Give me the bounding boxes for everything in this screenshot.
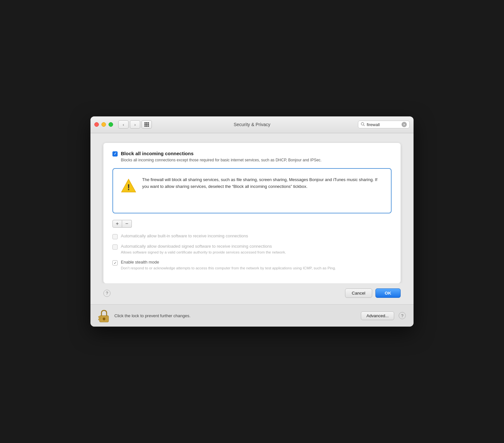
help-button[interactable]: ? <box>103 290 110 297</box>
lock-text: Click the lock to prevent further change… <box>114 313 356 318</box>
advanced-button[interactable]: Advanced... <box>361 311 394 320</box>
lock-icon[interactable] <box>98 309 110 322</box>
block-connections-description: Blocks all incoming connections except t… <box>121 157 321 163</box>
svg-line-1 <box>364 125 365 126</box>
auto-builtin-text: Automatically allow built-in software to… <box>121 233 248 238</box>
dialog-panel: Block all incoming connections Blocks al… <box>103 143 401 284</box>
titlebar: ‹ › Security & Privacy ✕ <box>90 116 414 133</box>
stealth-mode-checkbox[interactable] <box>112 260 118 265</box>
warning-box: ! The firewall will block all sharing se… <box>112 168 392 213</box>
auto-builtin-checkbox[interactable] <box>112 234 118 239</box>
search-input[interactable] <box>367 122 400 127</box>
stealth-mode-row: Enable stealth mode Don’t respond to or … <box>112 260 392 271</box>
stealth-mode-label: Enable stealth mode <box>121 260 336 265</box>
back-button[interactable]: ‹ <box>118 120 129 129</box>
footer-bar: Click the lock to prevent further change… <box>90 304 414 327</box>
grid-icon <box>144 122 149 127</box>
action-row: ? Cancel OK <box>103 288 401 298</box>
auto-signed-row: Automatically allow downloaded signed so… <box>112 244 392 255</box>
footer-help-button[interactable]: ? <box>399 312 406 319</box>
warning-text: The firewall will block all sharing serv… <box>142 177 383 190</box>
auto-signed-description: Allows software signed by a valid certif… <box>121 250 286 255</box>
bottom-bar: ? Cancel OK <box>90 283 414 304</box>
maximize-button[interactable] <box>109 122 113 127</box>
clear-search-button[interactable]: ✕ <box>402 122 407 127</box>
auto-builtin-label: Automatically allow built-in software to… <box>121 233 248 238</box>
window-title: Security & Privacy <box>234 122 270 127</box>
svg-rect-8 <box>99 318 101 319</box>
grid-view-button[interactable] <box>142 120 152 129</box>
block-connections-text: Block all incoming connections Blocks al… <box>121 151 321 163</box>
svg-text:!: ! <box>127 182 130 192</box>
svg-rect-7 <box>98 316 100 318</box>
svg-point-0 <box>361 123 364 125</box>
cancel-button[interactable]: Cancel <box>345 288 372 298</box>
system-preferences-window: ‹ › Security & Privacy ✕ <box>90 116 414 327</box>
add-button[interactable]: + <box>112 220 122 228</box>
auto-signed-text: Automatically allow downloaded signed so… <box>121 244 286 255</box>
stealth-mode-description: Don’t respond to or acknowledge attempts… <box>121 265 336 271</box>
block-connections-checkbox[interactable] <box>112 151 118 157</box>
ok-button[interactable]: OK <box>375 288 401 298</box>
svg-rect-6 <box>104 319 105 320</box>
forward-button[interactable]: › <box>130 120 140 129</box>
search-bar[interactable]: ✕ <box>358 121 410 128</box>
auto-signed-label: Automatically allow downloaded signed so… <box>121 244 286 249</box>
block-connections-row: Block all incoming connections Blocks al… <box>112 151 392 163</box>
svg-rect-9 <box>98 319 100 320</box>
block-connections-label: Block all incoming connections <box>121 151 321 156</box>
minimize-button[interactable] <box>101 122 106 127</box>
search-icon <box>361 122 365 127</box>
auto-builtin-row: Automatically allow built-in software to… <box>112 233 392 239</box>
traffic-lights <box>94 122 113 127</box>
main-content: Block all incoming connections Blocks al… <box>90 133 414 284</box>
stealth-mode-text: Enable stealth mode Don’t respond to or … <box>121 260 336 271</box>
close-button[interactable] <box>94 122 99 127</box>
auto-signed-checkbox[interactable] <box>112 244 118 250</box>
warning-icon: ! <box>121 178 136 193</box>
navigation-buttons: ‹ › <box>118 120 140 129</box>
add-remove-row: + − <box>112 220 392 228</box>
remove-button[interactable]: − <box>122 220 132 228</box>
